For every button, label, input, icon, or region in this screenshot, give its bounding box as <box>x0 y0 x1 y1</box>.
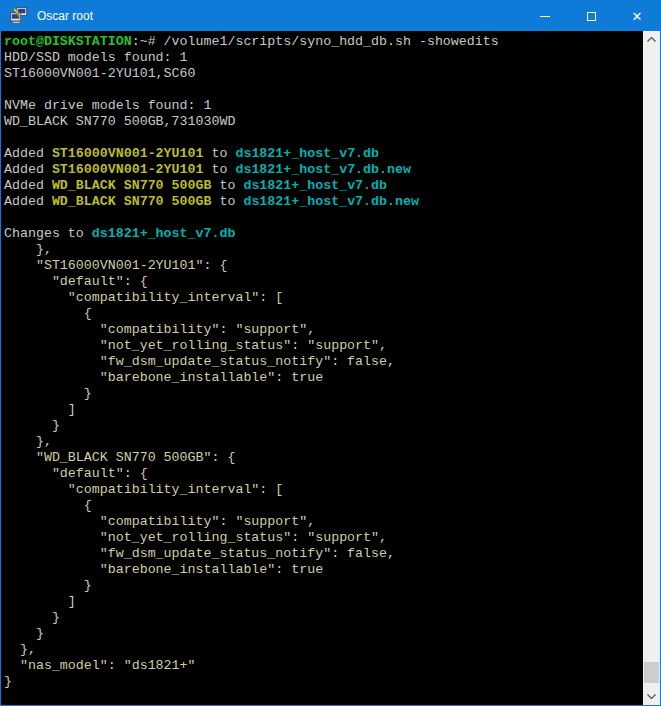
terminal-text-segment: "barebone_installable": true <box>4 370 323 385</box>
terminal-text-segment: ST16000VN001-2YU101 <box>52 162 204 177</box>
terminal-line: "barebone_installable": true <box>4 370 643 386</box>
terminal-text-segment: to <box>211 178 243 193</box>
terminal-text-segment: Added <box>4 162 52 177</box>
close-button[interactable]: ✕ <box>614 1 660 31</box>
terminal-text-segment: to <box>204 162 236 177</box>
terminal-text-segment: } <box>4 386 92 401</box>
terminal-line: "compatibility_interval": [ <box>4 290 643 306</box>
terminal-line: Added WD_BLACK SN770 500GB to ds1821+_ho… <box>4 178 643 194</box>
terminal-text-segment: } <box>4 674 12 689</box>
terminal-line: "compatibility_interval": [ <box>4 482 643 498</box>
terminal-text-segment: { <box>4 306 92 321</box>
putty-terminals-lightning-icon <box>10 7 28 25</box>
terminal-text-segment: "default": { <box>4 466 148 481</box>
terminal-text-segment: WD_BLACK SN770 500GB <box>52 194 212 209</box>
terminal-text-segment: "default": { <box>4 274 148 289</box>
terminal-text-segment: { <box>4 498 92 513</box>
terminal-text-segment: }, <box>4 642 36 657</box>
terminal-text-segment: "compatibility": "support", <box>4 514 315 529</box>
terminal-text-segment: "fw_dsm_update_status_notify": false, <box>4 546 395 561</box>
terminal-text-segment: "barebone_installable": true <box>4 562 323 577</box>
terminal-line: NVMe drive models found: 1 <box>4 98 643 114</box>
terminal-line: ] <box>4 402 643 418</box>
terminal-text-segment: Added <box>4 194 52 209</box>
terminal-text-segment: "compatibility_interval": [ <box>4 290 283 305</box>
terminal-line: "not_yet_rolling_status": "support", <box>4 530 643 546</box>
terminal-text-segment: ST16000VN001-2YU101,SC60 <box>4 66 196 81</box>
terminal-line: root@DISKSTATION:~# /volume1/scripts/syn… <box>4 34 643 50</box>
terminal-text-segment: "compatibility_interval": [ <box>4 482 283 497</box>
terminal-text-segment: HDD/SSD models found: 1 <box>4 50 188 65</box>
close-icon: ✕ <box>632 10 643 23</box>
terminal-text-segment: "nas_model": "ds1821+" <box>4 658 196 673</box>
window-controls: ✕ <box>522 1 660 31</box>
terminal-line: } <box>4 674 643 690</box>
terminal-line: ] <box>4 594 643 610</box>
terminal-line: }, <box>4 242 643 258</box>
scroll-down-button[interactable] <box>643 688 660 705</box>
terminal-line <box>4 210 643 226</box>
maximize-button[interactable] <box>568 1 614 31</box>
terminal-line: "compatibility": "support", <box>4 322 643 338</box>
terminal-line: } <box>4 418 643 434</box>
terminal-line <box>4 82 643 98</box>
terminal-text-segment: NVMe drive models found: 1 <box>4 98 211 113</box>
terminal-line: HDD/SSD models found: 1 <box>4 50 643 66</box>
window-body: root@DISKSTATION:~# /volume1/scripts/syn… <box>1 31 660 705</box>
terminal-text-segment: } <box>4 610 60 625</box>
maximize-icon <box>587 12 596 21</box>
terminal-text-segment: ST16000VN001-2YU101 <box>52 146 204 161</box>
scroll-up-button[interactable] <box>643 31 660 48</box>
terminal-line: "WD_BLACK SN770 500GB": { <box>4 450 643 466</box>
terminal-text-segment: "compatibility": "support", <box>4 322 315 337</box>
terminal-line: "compatibility": "support", <box>4 514 643 530</box>
terminal-line: }, <box>4 642 643 658</box>
chevron-up-icon <box>647 37 656 42</box>
terminal-line: WD_BLACK SN770 500GB,731030WD <box>4 114 643 130</box>
terminal-text-segment: WD_BLACK SN770 500GB <box>52 178 212 193</box>
putty-window: Oscar root ✕ root@DISKSTATION:~# /volume… <box>0 0 661 706</box>
terminal-text-segment: "fw_dsm_update_status_notify": false, <box>4 354 395 369</box>
terminal-text-segment: Changes to <box>4 226 92 241</box>
scrollbar[interactable] <box>643 31 660 705</box>
terminal-line: Added ST16000VN001-2YU101 to ds1821+_hos… <box>4 162 643 178</box>
chevron-down-icon <box>647 694 656 699</box>
titlebar[interactable]: Oscar root ✕ <box>1 1 660 31</box>
terminal-text-segment: :~# /volume1/scripts/syno_hdd_db.sh -sho… <box>132 34 499 49</box>
terminal-line: } <box>4 386 643 402</box>
terminal-text-segment: to <box>211 194 243 209</box>
putty-app-icon[interactable] <box>9 6 29 26</box>
terminal-line: Added WD_BLACK SN770 500GB to ds1821+_ho… <box>4 194 643 210</box>
terminal-line: ST16000VN001-2YU101,SC60 <box>4 66 643 82</box>
terminal-line: "fw_dsm_update_status_notify": false, <box>4 354 643 370</box>
terminal-line: "barebone_installable": true <box>4 562 643 578</box>
terminal-text-segment: "not_yet_rolling_status": "support", <box>4 338 387 353</box>
terminal-line: { <box>4 306 643 322</box>
minimize-icon <box>540 16 550 17</box>
terminal-text-segment: ] <box>4 402 76 417</box>
terminal-text-segment: WD_BLACK SN770 500GB,731030WD <box>4 114 235 129</box>
terminal-line: } <box>4 578 643 594</box>
terminal-text-segment: } <box>4 626 44 641</box>
window-title: Oscar root <box>37 9 93 23</box>
terminal-line: "default": { <box>4 466 643 482</box>
terminal-text-segment: "not_yet_rolling_status": "support", <box>4 530 387 545</box>
terminal-text-segment: to <box>204 146 236 161</box>
terminal-line: { <box>4 498 643 514</box>
terminal-line: "default": { <box>4 274 643 290</box>
terminal-text-segment: ds1821+_host_v7.db <box>243 178 387 193</box>
terminal-line: } <box>4 626 643 642</box>
minimize-button[interactable] <box>522 1 568 31</box>
terminal-text-segment: ds1821+_host_v7.db.new <box>235 162 411 177</box>
terminal-line: "ST16000VN001-2YU101": { <box>4 258 643 274</box>
terminal-text-segment: ds1821+_host_v7.db <box>235 146 379 161</box>
terminal-text-segment: root@DISKSTATION <box>4 34 132 49</box>
scrollbar-thumb[interactable] <box>644 662 659 683</box>
terminal-line: } <box>4 610 643 626</box>
terminal-line: "nas_model": "ds1821+" <box>4 658 643 674</box>
terminal-text-segment: "ST16000VN001-2YU101": { <box>4 258 227 273</box>
terminal-text-segment: } <box>4 578 92 593</box>
terminal-text-segment: }, <box>4 242 52 257</box>
terminal-text-segment: "WD_BLACK SN770 500GB": { <box>4 450 235 465</box>
terminal-text-segment: }, <box>4 434 52 449</box>
